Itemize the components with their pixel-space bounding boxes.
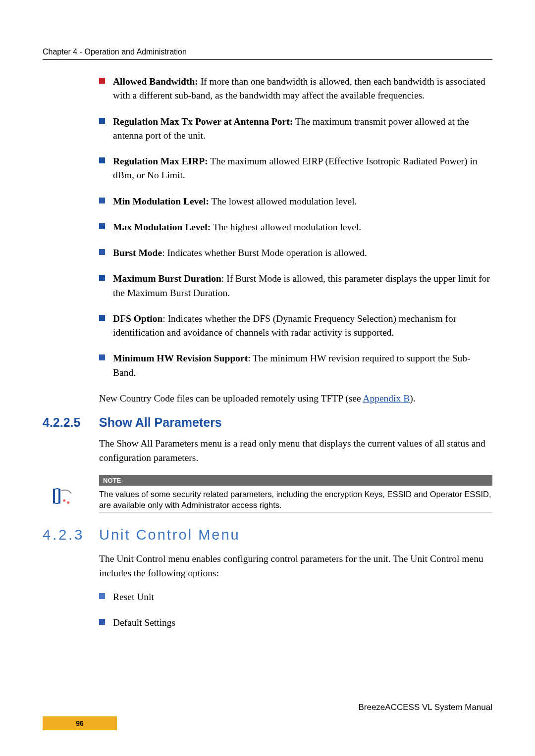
list-item: Default Settings bbox=[99, 616, 492, 630]
list-item: Reset Unit bbox=[99, 590, 492, 604]
term: Max Modulation Level: bbox=[113, 222, 211, 232]
square-bullet-icon bbox=[99, 118, 105, 124]
note-label: NOTE bbox=[99, 475, 492, 486]
list-item: Regulation Max EIRP: The maximum allowed… bbox=[99, 154, 492, 183]
section-heading-4225: 4.2.2.5 Show All Parameters bbox=[43, 415, 492, 430]
page-footer: BreezeACCESS VL System Manual 96 bbox=[43, 703, 492, 730]
content: Allowed Bandwidth: If more than one band… bbox=[99, 75, 492, 405]
text: New Country Code files can be uploaded r… bbox=[99, 393, 363, 403]
square-bullet-icon bbox=[99, 198, 105, 203]
list-item: Burst Mode: Indicates whether Burst Mode… bbox=[99, 246, 492, 260]
term: Regulation Max Tx Power at Antenna Port: bbox=[113, 116, 293, 127]
square-bullet-icon bbox=[99, 223, 105, 229]
section-heading-423: 4.2.3 Unit Control Menu bbox=[43, 527, 492, 543]
square-bullet-icon bbox=[99, 354, 105, 360]
page-number: 96 bbox=[43, 716, 117, 730]
svg-rect-0 bbox=[53, 489, 55, 504]
list-item: Max Modulation Level: The highest allowe… bbox=[99, 220, 492, 234]
paragraph: New Country Code files can be uploaded r… bbox=[99, 392, 492, 405]
list-item: Allowed Bandwidth: If more than one band… bbox=[99, 75, 492, 103]
list-item: Maximum Burst Duration: If Burst Mode is… bbox=[99, 272, 492, 300]
footer-bar: 96 bbox=[43, 716, 492, 730]
term: Allowed Bandwidth: bbox=[113, 76, 198, 87]
square-bullet-icon bbox=[99, 315, 105, 321]
list-item: Minimum HW Revision Support: The minimum… bbox=[99, 352, 492, 380]
product-name: BreezeACCESS VL System Manual bbox=[43, 703, 492, 712]
section-number: 4.2.2.5 bbox=[43, 415, 99, 430]
term: Min Modulation Level: bbox=[113, 196, 209, 206]
item-label: Default Settings bbox=[113, 617, 175, 628]
section-title: Show All Parameters bbox=[99, 415, 222, 430]
desc: The highest allowed modulation level. bbox=[211, 222, 361, 232]
term: Burst Mode bbox=[113, 248, 162, 258]
note-block: NOTE The values of some security related… bbox=[99, 475, 492, 513]
square-bullet-icon bbox=[99, 249, 105, 255]
desc: The lowest allowed modulation level. bbox=[209, 196, 357, 206]
list-item: Regulation Max Tx Power at Antenna Port:… bbox=[99, 115, 492, 143]
term: DFS Option bbox=[113, 313, 162, 324]
square-bullet-icon bbox=[99, 275, 105, 281]
section-number: 4.2.3 bbox=[43, 527, 99, 543]
term: Regulation Max EIRP: bbox=[113, 156, 208, 166]
svg-rect-2 bbox=[63, 500, 65, 502]
chapter-header: Chapter 4 - Operation and Administration bbox=[43, 48, 492, 56]
section-body: The Unit Control menu enables configurin… bbox=[99, 552, 492, 630]
term: Maximum Burst Duration bbox=[113, 273, 221, 284]
note-icon bbox=[52, 487, 73, 506]
paragraph: The Unit Control menu enables configurin… bbox=[99, 552, 492, 580]
svg-rect-3 bbox=[67, 502, 69, 504]
square-bullet-icon bbox=[99, 619, 105, 625]
square-bullet-icon bbox=[99, 593, 105, 599]
desc: : Indicates whether Burst Mode operation… bbox=[162, 248, 367, 258]
term: Minimum HW Revision Support bbox=[113, 353, 248, 363]
appendix-link[interactable]: Appendix B bbox=[363, 393, 410, 403]
svg-rect-1 bbox=[58, 489, 60, 504]
list-item: DFS Option: Indicates whether the DFS (D… bbox=[99, 312, 492, 340]
footer-spacer bbox=[117, 716, 492, 730]
section-title: Unit Control Menu bbox=[99, 527, 240, 543]
desc: : Indicates whether the DFS (Dynamic Fre… bbox=[113, 313, 456, 338]
item-label: Reset Unit bbox=[113, 592, 154, 602]
text: ). bbox=[410, 393, 415, 403]
square-bullet-icon bbox=[99, 157, 105, 163]
square-bullet-icon bbox=[99, 78, 105, 84]
page: Chapter 4 - Operation and Administration… bbox=[0, 0, 535, 756]
note-body: The values of some security related para… bbox=[99, 486, 492, 513]
header-rule bbox=[43, 59, 492, 60]
list-item: Min Modulation Level: The lowest allowed… bbox=[99, 195, 492, 208]
section-body: The Show All Parameters menu is a read o… bbox=[99, 437, 492, 513]
paragraph: The Show All Parameters menu is a read o… bbox=[99, 437, 492, 465]
